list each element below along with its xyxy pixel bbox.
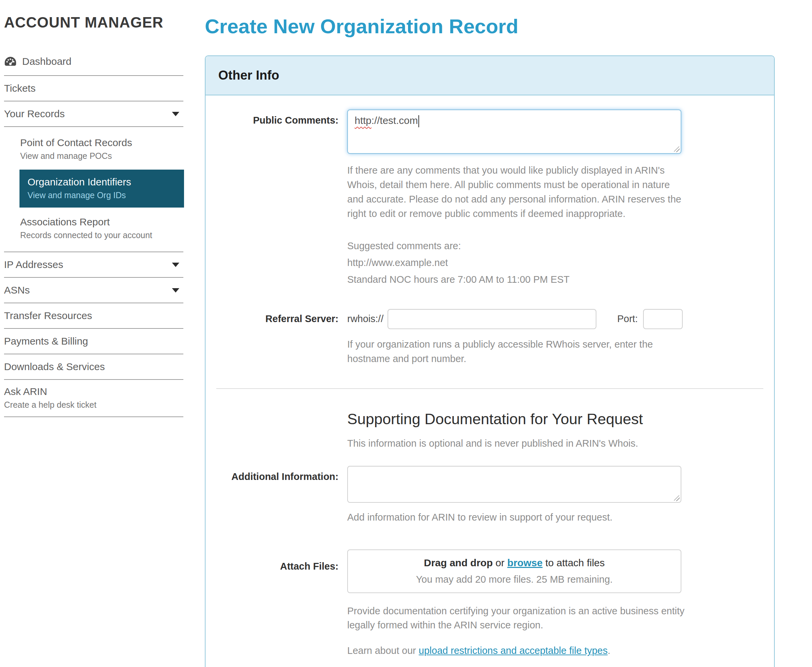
comment-text: ://test.com (371, 115, 418, 126)
chevron-down-icon (172, 288, 179, 292)
sidebar: ACCOUNT MANAGER Dashboard Tickets (0, 0, 184, 667)
sidebar-item-payments-billing[interactable]: Payments & Billing (4, 329, 184, 353)
public-comments-textarea[interactable]: http://test.com (347, 110, 681, 154)
referral-server-input[interactable] (388, 309, 597, 329)
additional-info-field-col: Add information for ARIN to review in su… (347, 466, 681, 524)
learn-prefix: Learn about our (347, 645, 419, 656)
referral-server-label: Referral Server: (205, 314, 347, 324)
referral-server-field-col: rwhois:// Port: (347, 309, 683, 329)
dropzone-capacity: You may add 20 more files. 25 MB remaini… (416, 574, 613, 585)
sidebar-item-tickets[interactable]: Tickets (4, 76, 184, 101)
port-input[interactable] (643, 309, 683, 329)
suggested-example: Standard NOC hours are 7:00 AM to 11:00 … (347, 272, 681, 287)
referral-help-row: If your organization runs a publicly acc… (205, 329, 774, 366)
learn-about-line: Learn about our upload restrictions and … (347, 645, 681, 656)
panel-header: Other Info (205, 56, 774, 95)
additional-info-row: Additional Information: Add information … (205, 466, 774, 524)
sidebar-item-label: Transfer Resources (4, 310, 92, 322)
sidebar-item-label: Dashboard (22, 56, 71, 67)
sidebar-item-associations-report[interactable]: Associations Report Records connected to… (4, 211, 184, 246)
dashboard-icon (4, 56, 17, 67)
public-comments-label: Public Comments: (205, 110, 347, 287)
sub-item-title: Ask ARIN (4, 386, 181, 397)
sidebar-item-asns[interactable]: ASNs (4, 278, 184, 303)
main-content: Create New Organization Record Other Inf… (184, 0, 812, 667)
referral-help-col: If your organization runs a publicly acc… (347, 329, 681, 366)
rwhois-scheme-prefix: rwhois:// (347, 314, 383, 324)
suggested-comments: Suggested comments are: http://www.examp… (347, 239, 681, 287)
additional-info-label: Additional Information: (205, 466, 347, 524)
sub-item-title: Organization Identifiers (28, 176, 184, 188)
your-records-sublist: Point of Contact Records View and manage… (4, 127, 184, 252)
sidebar-item-organization-identifiers[interactable]: Organization Identifiers View and manage… (20, 169, 184, 207)
drag-and-drop-text: Drag and drop (424, 557, 493, 568)
sidebar-item-transfer-resources[interactable]: Transfer Resources (4, 303, 184, 328)
attach-tail-text: to attach files (543, 557, 605, 568)
panel-body: Public Comments: http://test.com If ther… (205, 95, 774, 667)
sidebar-nav: Dashboard Tickets Your Records Point of … (4, 49, 184, 417)
sidebar-item-ask-arin[interactable]: Ask ARIN Create a help desk ticket (4, 380, 184, 416)
sidebar-item-label: Tickets (4, 83, 36, 94)
dropzone-instruction: Drag and drop or browse to attach files (424, 557, 605, 569)
empty-label-col (205, 329, 347, 366)
sidebar-item-your-records[interactable]: Your Records (4, 101, 184, 126)
attach-files-label: Attach Files: (205, 549, 347, 657)
sub-item-title: Point of Contact Records (20, 137, 184, 148)
referral-server-help: If your organization runs a publicly acc… (347, 337, 683, 366)
section-divider (216, 388, 763, 389)
additional-info-help: Add information for ARIN to review in su… (347, 510, 683, 524)
page-title: Create New Organization Record (205, 15, 812, 38)
resize-handle[interactable] (674, 146, 680, 152)
referral-server-line: rwhois:// Port: (347, 309, 683, 329)
referral-server-row: Referral Server: rwhois:// Port: (205, 309, 774, 329)
chevron-down-icon (172, 112, 179, 116)
browse-link[interactable]: browse (507, 557, 543, 568)
supporting-docs-heading: Supporting Documentation for Your Reques… (347, 410, 774, 428)
text-caret (418, 115, 419, 127)
attach-files-help: Provide documentation certifying your or… (347, 604, 703, 633)
public-comments-help: If there are any comments that you would… (347, 163, 683, 221)
divider (4, 416, 183, 417)
upload-restrictions-link[interactable]: upload restrictions and acceptable file … (419, 645, 608, 656)
sidebar-item-point-of-contact-records[interactable]: Point of Contact Records View and manage… (4, 132, 184, 166)
supporting-docs-subheading: This information is optional and is neve… (347, 438, 774, 449)
chevron-down-icon (172, 263, 179, 267)
sub-item-desc: View and manage Org IDs (28, 191, 184, 200)
sidebar-item-label: ASNs (4, 284, 30, 296)
comment-text-flagged: http (355, 115, 371, 126)
sub-item-desc: View and manage POCs (20, 151, 184, 161)
sidebar-item-label: IP Addresses (4, 259, 63, 270)
sub-item-title: Associations Report (20, 216, 184, 228)
additional-info-textarea[interactable] (347, 466, 681, 503)
public-comments-row: Public Comments: http://test.com If ther… (205, 110, 774, 287)
sidebar-item-ip-addresses[interactable]: IP Addresses (4, 252, 184, 277)
attach-files-field-col: Drag and drop or browse to attach files … (347, 549, 681, 657)
sidebar-item-downloads-services[interactable]: Downloads & Services (4, 354, 184, 379)
file-dropzone[interactable]: Drag and drop or browse to attach files … (347, 549, 681, 593)
sidebar-item-dashboard[interactable]: Dashboard (4, 49, 184, 75)
page: ACCOUNT MANAGER Dashboard Tickets (0, 0, 812, 667)
sidebar-item-label: Downloads & Services (4, 361, 105, 372)
suggested-example: http://www.example.net (347, 255, 681, 270)
learn-suffix: . (608, 645, 610, 656)
sidebar-title: ACCOUNT MANAGER (4, 14, 184, 31)
other-info-panel: Other Info Public Comments: http://test.… (205, 55, 775, 667)
sidebar-item-label: Payments & Billing (4, 335, 88, 347)
public-comments-field-col: http://test.com If there are any comment… (347, 110, 681, 287)
port-label: Port: (617, 314, 638, 324)
sub-item-desc: Records connected to your account (20, 231, 184, 240)
suggested-intro: Suggested comments are: (347, 239, 681, 253)
attach-files-row: Attach Files: Drag and drop or browse to… (205, 549, 774, 657)
or-text: or (493, 557, 507, 568)
resize-handle[interactable] (674, 495, 680, 501)
sub-item-desc: Create a help desk ticket (4, 400, 181, 410)
sidebar-item-label: Your Records (4, 108, 65, 119)
